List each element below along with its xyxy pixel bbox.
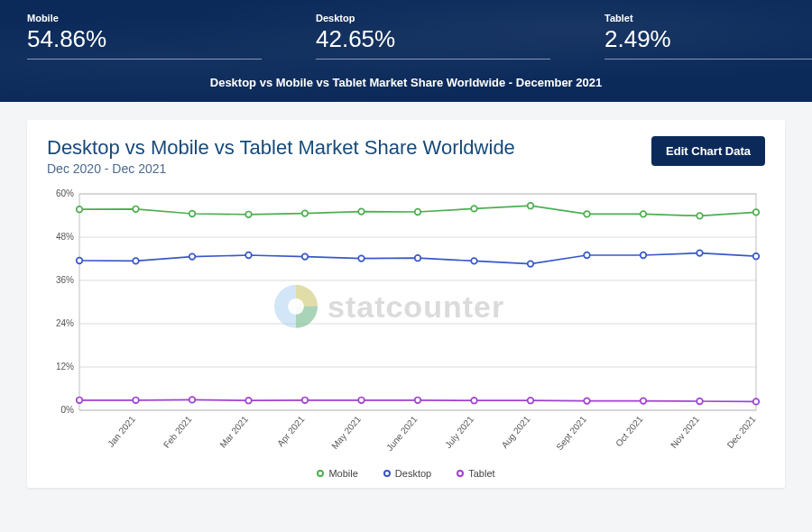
svg-point-41: [753, 253, 760, 260]
svg-point-53: [697, 399, 703, 405]
svg-point-28: [753, 209, 760, 216]
chart-area: 0%12%24%36%48%60%statcounterJan 2021Feb …: [47, 185, 765, 464]
svg-point-42: [77, 398, 83, 404]
svg-point-17: [133, 206, 139, 213]
stat-desktop: Desktop 42.65%: [316, 13, 550, 60]
legend-swatch-icon: [457, 470, 464, 477]
svg-point-39: [641, 252, 647, 259]
summary-header: Mobile 54.86% Desktop 42.65% Tablet 2.49…: [0, 0, 812, 102]
svg-text:48%: 48%: [56, 232, 74, 242]
legend-label: Desktop: [395, 468, 431, 479]
svg-point-54: [753, 399, 760, 405]
svg-point-45: [245, 398, 252, 404]
svg-point-47: [358, 398, 364, 404]
svg-point-24: [528, 203, 534, 209]
legend-item-mobile: Mobile: [317, 468, 357, 479]
svg-point-25: [584, 211, 590, 217]
chart-legend: Mobile Desktop Tablet: [47, 468, 765, 479]
legend-label: Mobile: [328, 468, 357, 479]
stat-label: Desktop: [316, 13, 550, 23]
svg-point-40: [697, 250, 703, 256]
svg-point-35: [415, 255, 421, 261]
svg-point-27: [697, 213, 703, 219]
svg-point-26: [641, 211, 647, 217]
svg-text:Apr 2021: Apr 2021: [275, 414, 307, 448]
chart-title: Desktop vs Mobile vs Tablet Market Share…: [47, 136, 515, 160]
stat-value: 42.65%: [316, 25, 550, 53]
svg-point-16: [77, 206, 83, 213]
svg-point-21: [358, 208, 364, 215]
svg-point-36: [471, 258, 477, 264]
stat-label: Mobile: [27, 13, 262, 23]
svg-text:Jan 2021: Jan 2021: [106, 414, 137, 449]
svg-point-30: [133, 258, 139, 264]
svg-text:Feb 2021: Feb 2021: [161, 414, 194, 450]
svg-point-51: [584, 398, 590, 404]
legend-label: Tablet: [468, 468, 494, 479]
line-chart: 0%12%24%36%48%60%statcounterJan 2021Feb …: [47, 185, 765, 464]
legend-swatch-icon: [383, 470, 391, 477]
svg-point-37: [528, 261, 534, 267]
svg-point-52: [641, 398, 647, 404]
svg-point-20: [302, 210, 309, 216]
svg-text:June 2021: June 2021: [384, 414, 420, 453]
svg-point-31: [189, 253, 196, 260]
svg-point-29: [77, 258, 83, 264]
svg-point-14: [288, 298, 304, 315]
header-subtitle: Desktop vs Mobile vs Tablet Market Share…: [27, 76, 785, 89]
svg-text:Sept 2021: Sept 2021: [554, 414, 588, 452]
stat-value: 54.86%: [27, 25, 262, 53]
svg-point-44: [189, 397, 196, 403]
svg-point-23: [471, 206, 477, 212]
stat-mobile: Mobile 54.86%: [27, 13, 262, 60]
legend-item-tablet: Tablet: [457, 468, 494, 479]
svg-point-46: [302, 398, 309, 404]
stat-value: 2.49%: [604, 25, 812, 53]
svg-text:Mar 2021: Mar 2021: [217, 414, 250, 450]
svg-text:0%: 0%: [61, 405, 75, 415]
legend-item-desktop: Desktop: [383, 468, 431, 479]
summary-stats: Mobile 54.86% Desktop 42.65% Tablet 2.49…: [27, 13, 785, 60]
svg-text:12%: 12%: [56, 362, 74, 371]
svg-point-48: [415, 398, 421, 404]
svg-point-38: [584, 252, 590, 259]
svg-text:Dec 2021: Dec 2021: [725, 414, 758, 450]
edit-chart-data-button[interactable]: Edit Chart Data: [651, 136, 765, 166]
svg-point-22: [415, 209, 421, 216]
svg-point-33: [302, 253, 309, 260]
svg-text:36%: 36%: [56, 275, 74, 285]
chart-card: Desktop vs Mobile vs Tablet Market Share…: [27, 120, 785, 488]
svg-text:24%: 24%: [56, 318, 74, 328]
svg-point-19: [245, 212, 252, 218]
svg-text:Aug 2021: Aug 2021: [500, 414, 532, 450]
svg-point-50: [528, 398, 534, 404]
svg-point-32: [245, 252, 252, 259]
stat-label: Tablet: [604, 13, 812, 23]
svg-point-34: [358, 255, 364, 261]
svg-text:July 2021: July 2021: [443, 414, 475, 450]
svg-point-18: [189, 211, 196, 217]
stat-tablet: Tablet 2.49%: [604, 13, 812, 60]
svg-point-43: [133, 398, 139, 404]
chart-date-range: Dec 2020 - Dec 2021: [47, 161, 515, 176]
legend-swatch-icon: [317, 470, 324, 477]
svg-point-49: [471, 398, 477, 404]
svg-text:Oct 2021: Oct 2021: [614, 414, 645, 448]
svg-text:Nov 2021: Nov 2021: [669, 414, 701, 450]
svg-text:May 2021: May 2021: [329, 414, 363, 451]
svg-text:statcounter: statcounter: [328, 289, 504, 324]
svg-text:60%: 60%: [56, 188, 74, 198]
